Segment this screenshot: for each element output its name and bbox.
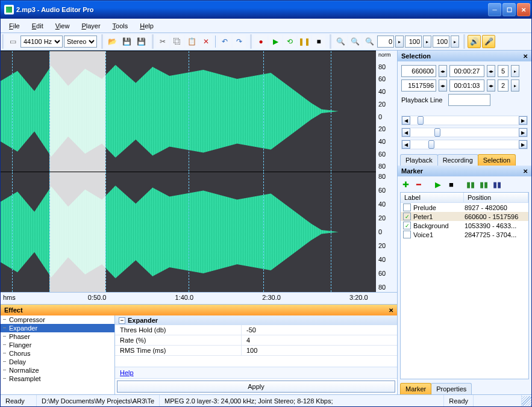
effect-item-delay[interactable]: Delay	[1, 358, 114, 366]
menu-player[interactable]: Player	[77, 20, 105, 31]
stop-button[interactable]: ■	[312, 35, 325, 48]
slider-right-icon[interactable]: ▶	[519, 128, 527, 137]
slider-1[interactable]: ◀▶	[401, 116, 528, 125]
master-vol-button[interactable]: 🔊	[468, 35, 481, 48]
save-sel-button[interactable]: 💾	[134, 35, 148, 48]
waveform-left-channel[interactable]	[1, 51, 376, 172]
playback-line-input[interactable]	[448, 94, 490, 106]
tab-recording[interactable]: Recording	[437, 154, 478, 166]
open-button[interactable]: 📂	[105, 35, 119, 48]
zoom-out-button[interactable]: 🔍	[348, 35, 361, 48]
tab-properties[interactable]: Properties	[431, 383, 472, 394]
pos-c-input[interactable]	[433, 36, 449, 48]
marker-checkbox[interactable]	[403, 204, 411, 211]
maximize-button[interactable]: ☐	[502, 3, 516, 16]
waveform-right-channel[interactable]	[1, 172, 376, 293]
apply-button[interactable]: Apply	[117, 381, 395, 393]
sel-start-sample[interactable]	[401, 65, 436, 77]
undo-button[interactable]: ↶	[218, 35, 231, 48]
effect-help-link[interactable]: Help	[115, 367, 397, 379]
sel-end-time[interactable]	[449, 79, 484, 92]
effect-item-resample[interactable]: Resamplet	[1, 374, 114, 383]
marker-row[interactable]: ✓Peter1660600 - 1517596	[401, 212, 528, 221]
zoom-in-button[interactable]: 🔍	[334, 35, 347, 48]
marker-col-position[interactable]: Position	[464, 193, 528, 202]
play-button[interactable]: ▶	[269, 35, 282, 48]
waveform-selection[interactable]	[49, 51, 105, 172]
slider-left-icon[interactable]: ◀	[402, 140, 410, 149]
record-button[interactable]: ●	[254, 35, 268, 48]
slider-2[interactable]: ◀▶	[401, 128, 528, 137]
marker-col-label[interactable]: Label	[401, 193, 464, 202]
effect-item-phaser[interactable]: Phaser	[1, 332, 114, 341]
slider-right-icon[interactable]: ▶	[519, 140, 527, 149]
marker-checkbox[interactable]: ✓	[403, 213, 411, 220]
menu-file[interactable]: File	[4, 20, 25, 31]
waveform-display[interactable]: norm 80604020020406080 80604020020406080	[1, 51, 397, 292]
menu-view[interactable]: View	[51, 20, 75, 31]
sel-end-sample-spin[interactable]: ◂▸	[439, 79, 447, 92]
marker-remove-button[interactable]: ━	[413, 179, 424, 190]
marker-panel-close[interactable]: ✕	[523, 168, 528, 175]
marker-tool-a[interactable]: ▮▮	[465, 179, 476, 190]
effect-item-flanger[interactable]: Flanger	[1, 341, 114, 349]
tab-selection[interactable]: Selection	[478, 154, 516, 166]
copy-button[interactable]: ⿻	[171, 35, 184, 48]
effect-list[interactable]: Compressor Expander Phaser Flanger Choru…	[1, 315, 115, 394]
cut-button[interactable]: ✂	[156, 35, 169, 48]
marker-play-button[interactable]: ▶	[433, 179, 443, 190]
menu-help[interactable]: Help	[135, 20, 158, 31]
slider-left-icon[interactable]: ◀	[402, 128, 410, 137]
tab-marker[interactable]: Marker	[400, 383, 431, 394]
menu-edit[interactable]: Edit	[27, 20, 48, 31]
slider-3[interactable]: ◀▶	[401, 140, 528, 149]
effect-panel-close[interactable]: ✕	[389, 307, 393, 314]
pos-a-spinner[interactable]: ▸	[395, 36, 404, 48]
sel-start-time-spin[interactable]: ◂▸	[487, 65, 495, 77]
effect-item-chorus[interactable]: Chorus	[1, 349, 114, 358]
mic-vol-button[interactable]: 🎤	[482, 35, 495, 48]
pos-c-spinner[interactable]: ▸	[451, 36, 459, 48]
sel-end-extra-spin[interactable]: ▸	[511, 79, 519, 92]
marker-checkbox[interactable]: ✓	[403, 222, 411, 229]
pause-button[interactable]: ❚❚	[298, 35, 311, 48]
effect-item-expander[interactable]: Expander	[1, 324, 114, 332]
slider-left-icon[interactable]: ◀	[402, 116, 410, 125]
time-axis[interactable]: hms 0:50.0 1:40.0 2:30.0 3:20.0	[1, 292, 397, 304]
marker-row[interactable]: ✓Background1053390 - 4633...	[401, 221, 528, 230]
slider-right-icon[interactable]: ▶	[519, 116, 527, 125]
channels-select[interactable]: Stereo	[64, 36, 97, 48]
waveform-selection[interactable]	[49, 172, 105, 293]
sel-start-extra-spin[interactable]: ▸	[511, 65, 519, 77]
marker-row[interactable]: Voice12847725 - 3704...	[401, 230, 528, 239]
selection-panel-close[interactable]: ✕	[523, 53, 528, 60]
marker-add-button[interactable]: ✚	[400, 179, 411, 190]
zoom-fit-button[interactable]: 🔍	[363, 35, 376, 48]
marker-checkbox[interactable]	[403, 231, 411, 238]
sel-end-extra[interactable]	[498, 79, 509, 92]
sel-end-sample[interactable]	[401, 79, 436, 92]
sel-start-time[interactable]	[449, 65, 484, 77]
pos-b-input[interactable]	[405, 36, 422, 48]
play-loop-button[interactable]: ⟲	[283, 35, 296, 48]
delete-button[interactable]: ✕	[199, 35, 213, 48]
collapse-icon[interactable]: −	[119, 317, 125, 324]
sel-start-extra[interactable]	[498, 65, 509, 77]
pos-b-spinner[interactable]: ▸	[423, 36, 431, 48]
close-button[interactable]: ✕	[517, 3, 530, 16]
menu-tools[interactable]: Tools	[108, 20, 133, 31]
sample-rate-select[interactable]: 44100 Hz	[20, 36, 63, 48]
new-button[interactable]: ▭	[6, 35, 19, 48]
paste-button[interactable]: 📋	[185, 35, 198, 48]
marker-row[interactable]: Prelude8927 - 482060	[401, 203, 528, 212]
resize-grip-icon[interactable]	[522, 396, 531, 406]
tab-playback[interactable]: Playback	[400, 154, 438, 166]
sel-start-sample-spin[interactable]: ◂▸	[439, 65, 447, 77]
marker-list[interactable]: Label Position Prelude8927 - 482060 ✓Pet…	[400, 192, 529, 379]
effect-item-normalize[interactable]: Normalize	[1, 366, 114, 374]
marker-stop-button[interactable]: ■	[446, 179, 457, 190]
minimize-button[interactable]: ─	[488, 3, 501, 16]
marker-tool-b[interactable]: ▮▮	[478, 179, 489, 190]
save-button[interactable]: 💾	[120, 35, 133, 48]
prop-threshold-value[interactable]: -50	[242, 325, 397, 335]
